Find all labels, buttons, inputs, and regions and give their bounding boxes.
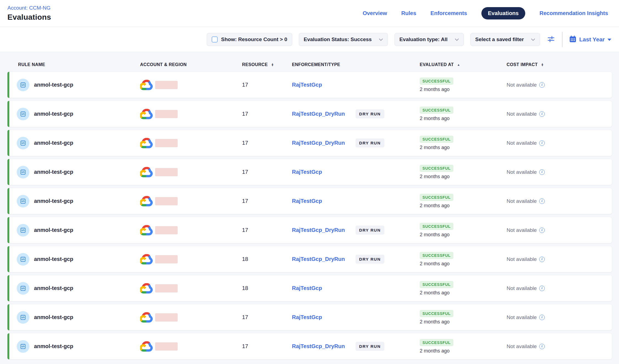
status-badge: SUCCESSFUL (420, 165, 453, 172)
enforcement-link[interactable]: RajTestGcp_DryRun (292, 256, 345, 262)
table-row[interactable]: anmol-test-gcp 17 RajTestGcp_DryRun DRY … (7, 101, 612, 127)
column-header-cost-impact[interactable]: COST IMPACT▲▼ (507, 62, 612, 67)
tab-evaluations[interactable]: Evaluations (481, 7, 525, 19)
filter-saved-filter-label: Select a saved filter (475, 36, 524, 42)
tab-rules[interactable]: Rules (401, 10, 416, 16)
column-header-evaluated-at[interactable]: EVALUATED AT▲ (420, 62, 507, 67)
rule-name-cell: anmol-test-gcp (9, 137, 140, 149)
enforcement-link[interactable]: RajTestGcp (292, 82, 322, 88)
status-badge: SUCCESSFUL (420, 136, 453, 143)
enforcement-link[interactable]: RajTestGcp_DryRun (292, 140, 345, 146)
rule-code-icon (19, 81, 27, 89)
status-badge: SUCCESSFUL (420, 194, 453, 201)
rule-avatar (17, 137, 29, 149)
account-region-cell (140, 312, 242, 323)
gcp-cloud-icon (140, 254, 153, 265)
rule-name: anmol-test-gcp (34, 314, 73, 320)
table-rows: anmol-test-gcp 17 RajTestGcp SUCCESSFUL … (7, 72, 612, 359)
tab-enforcements[interactable]: Enforcements (430, 10, 467, 16)
cost-impact-text: Not available (507, 314, 537, 320)
enforcement-cell: RajTestGcp_DryRun DRY RUN (292, 343, 420, 349)
table-row[interactable]: anmol-test-gcp 17 RajTestGcp_DryRun DRY … (7, 130, 612, 156)
rule-name: anmol-test-gcp (34, 343, 73, 349)
rule-avatar (17, 195, 29, 207)
resource-count: 17 (242, 343, 248, 349)
info-icon[interactable]: i (539, 286, 545, 291)
resource-count: 18 (242, 256, 248, 262)
rule-name-cell: anmol-test-gcp (9, 79, 140, 91)
evaluated-timestamp: 2 months ago (420, 174, 450, 180)
enforcement-link[interactable]: RajTestGcp (292, 198, 322, 204)
sort-asc-icon[interactable]: ▲ (457, 63, 460, 66)
info-icon[interactable]: i (539, 169, 545, 175)
info-icon[interactable]: i (539, 198, 545, 204)
enforcement-link[interactable]: RajTestGcp_DryRun (292, 227, 345, 233)
enforcement-link[interactable]: RajTestGcp_DryRun (292, 111, 345, 117)
time-range-selector[interactable]: Last Year (569, 35, 611, 44)
info-icon[interactable]: i (539, 140, 545, 146)
account-region-cell (140, 283, 242, 294)
enforcement-link[interactable]: RajTestGcp (292, 314, 322, 320)
title-block: Account: CCM-NG Evaluations (7, 5, 51, 22)
filter-divider (562, 32, 563, 47)
filter-settings-button[interactable] (547, 35, 555, 44)
column-header-resource[interactable]: RESOURCE▲▼ (242, 62, 292, 67)
table-row[interactable]: anmol-test-gcp 17 RajTestGcp_DryRun DRY … (7, 217, 612, 243)
resource-cell: 17 (242, 198, 292, 204)
account-breadcrumb[interactable]: Account: CCM-NG (7, 5, 51, 11)
table-row[interactable]: anmol-test-gcp 17 RajTestGcp SUCCESSFUL … (7, 159, 612, 185)
evaluated-at-cell: SUCCESSFUL 2 months ago (420, 281, 507, 296)
info-icon[interactable]: i (539, 111, 545, 117)
column-label: RESOURCE (242, 62, 268, 67)
table-row[interactable]: anmol-test-gcp 17 RajTestGcp_DryRun DRY … (7, 333, 612, 359)
account-id-redacted (155, 81, 178, 89)
resource-cell: 18 (242, 256, 292, 262)
status-badge: SUCCESSFUL (420, 252, 453, 259)
info-icon[interactable]: i (539, 257, 545, 262)
table-row[interactable]: anmol-test-gcp 17 RajTestGcp SUCCESSFUL … (7, 72, 612, 98)
enforcement-link[interactable]: RajTestGcp_DryRun (292, 343, 345, 349)
cost-impact-cell: Not available i (507, 140, 612, 146)
resource-count-filter[interactable]: Show: Resource Count > 0 (207, 33, 292, 46)
resource-count-checkbox[interactable] (212, 36, 218, 42)
enforcement-link[interactable]: RajTestGcp (292, 285, 322, 291)
info-icon[interactable]: i (539, 82, 545, 88)
time-range-label: Last Year (579, 36, 605, 43)
account-region-cell (140, 138, 242, 148)
cost-impact-cell: Not available i (507, 227, 612, 233)
resource-count: 17 (242, 169, 248, 175)
rule-avatar (17, 253, 29, 266)
enforcement-link[interactable]: RajTestGcp (292, 169, 322, 175)
gcp-cloud-icon (140, 80, 153, 90)
account-id-redacted (155, 226, 178, 234)
info-icon[interactable]: i (539, 228, 545, 233)
cost-impact-text: Not available (507, 343, 537, 349)
table-header-row: RULE NAMEACCOUNT & REGIONRESOURCE▲▼ENFOR… (7, 58, 612, 72)
table-row[interactable]: anmol-test-gcp 18 RajTestGcp SUCCESSFUL … (7, 275, 612, 301)
info-icon[interactable]: i (539, 344, 545, 349)
rule-code-icon (19, 227, 27, 234)
cost-impact-text: Not available (507, 169, 537, 175)
tab-recommendation-insights[interactable]: Recommendation Insights (540, 10, 608, 16)
gcp-cloud-icon (140, 196, 153, 206)
evaluated-at-cell: SUCCESSFUL 2 months ago (420, 78, 507, 92)
resource-count: 17 (242, 111, 248, 117)
tab-overview[interactable]: Overview (363, 10, 387, 16)
table-row[interactable]: anmol-test-gcp 18 RajTestGcp_DryRun DRY … (7, 246, 612, 272)
status-badge: SUCCESSFUL (420, 223, 453, 230)
rule-name-cell: anmol-test-gcp (9, 108, 140, 120)
table-row[interactable]: anmol-test-gcp 17 RajTestGcp SUCCESSFUL … (7, 188, 612, 214)
cost-impact-cell: Not available i (507, 198, 612, 204)
filter-evaluation-status[interactable]: Evaluation Status: Success (299, 33, 388, 46)
filter-saved-filter[interactable]: Select a saved filter (470, 33, 540, 46)
filter-evaluation-type[interactable]: Evaluation type: All (394, 33, 464, 46)
sort-icon[interactable]: ▲▼ (541, 63, 544, 66)
rule-code-icon (19, 285, 27, 292)
filter-bar: Show: Resource Count > 0 Evaluation Stat… (0, 27, 619, 52)
table-row[interactable]: anmol-test-gcp 17 RajTestGcp SUCCESSFUL … (7, 304, 612, 330)
status-badge: SUCCESSFUL (420, 281, 453, 288)
evaluated-timestamp: 2 months ago (420, 203, 450, 209)
sort-icon[interactable]: ▲▼ (271, 63, 274, 66)
info-icon[interactable]: i (539, 315, 545, 320)
nav-tabs: OverviewRulesEnforcementsEvaluationsReco… (363, 7, 608, 19)
